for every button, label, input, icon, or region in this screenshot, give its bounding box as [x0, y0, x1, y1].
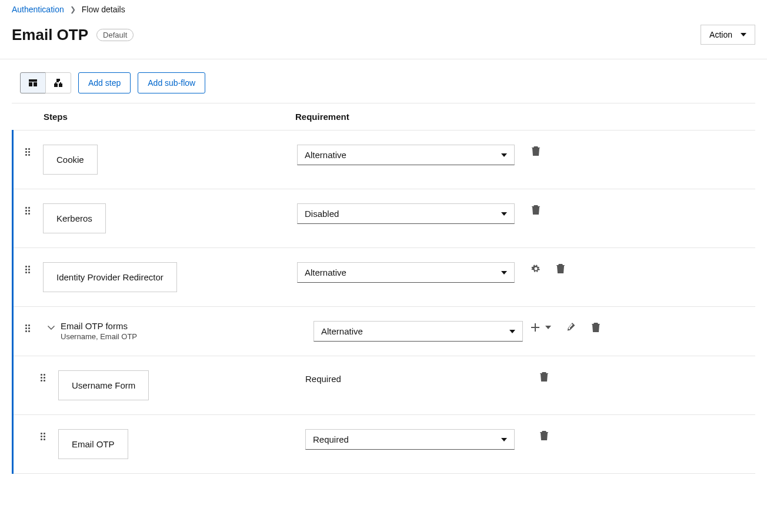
- step-row-email-otp: Email OTP Required: [14, 415, 755, 474]
- requirement-value: Alternative: [305, 150, 346, 160]
- drag-handle-icon[interactable]: [25, 207, 31, 216]
- trash-icon: [556, 263, 565, 274]
- requirement-value: Required: [313, 434, 349, 444]
- toolbar: Add step Add sub-flow: [12, 72, 755, 93]
- breadcrumb-current: Flow details: [82, 5, 125, 14]
- requirement-value: Alternative: [321, 326, 363, 336]
- caret-down-icon: [741, 33, 746, 36]
- delete-button[interactable]: [539, 430, 549, 441]
- header-requirement: Requirement: [295, 112, 755, 122]
- step-label: Email OTP forms: [61, 321, 137, 331]
- step-row-kerberos: Kerberos Disabled: [14, 189, 755, 248]
- drag-handle-icon[interactable]: [25, 324, 31, 334]
- plus-icon: [531, 323, 539, 332]
- view-toggle-group: [20, 72, 71, 93]
- step-sub-label: Username, Email OTP: [61, 332, 137, 341]
- caret-down-icon: [501, 271, 507, 275]
- step-label: Username Form: [58, 370, 149, 400]
- drag-handle-icon[interactable]: [41, 374, 46, 383]
- table-view-button[interactable]: [20, 72, 46, 93]
- drag-handle-icon[interactable]: [25, 148, 31, 158]
- requirement-select[interactable]: Alternative: [314, 321, 523, 342]
- trash-icon: [539, 372, 549, 382]
- step-label: Cookie: [43, 145, 98, 175]
- settings-button[interactable]: [531, 264, 541, 273]
- delete-button[interactable]: [539, 372, 549, 382]
- breadcrumb-parent-link[interactable]: Authentication: [12, 5, 64, 14]
- add-dropdown[interactable]: [545, 326, 551, 329]
- default-badge: Default: [96, 29, 134, 41]
- diagram-icon: [54, 78, 63, 88]
- delete-button[interactable]: [531, 146, 541, 156]
- table-icon: [28, 78, 38, 88]
- delete-button[interactable]: [556, 263, 565, 274]
- divider: [0, 59, 767, 59]
- add-step-button[interactable]: Add step: [78, 72, 131, 93]
- caret-down-icon: [501, 438, 507, 441]
- trash-icon: [539, 430, 549, 441]
- chevron-right-icon: ❯: [70, 5, 76, 14]
- add-button[interactable]: [531, 323, 539, 332]
- requirement-value: Disabled: [305, 209, 339, 219]
- step-row-username-form: Username Form Required: [14, 356, 755, 415]
- delete-button[interactable]: [591, 322, 601, 333]
- divider: [12, 103, 755, 103]
- requirement-select[interactable]: Alternative: [297, 145, 515, 165]
- caret-down-icon: [545, 326, 551, 329]
- caret-down-icon: [501, 212, 507, 216]
- requirement-value: Required: [305, 370, 539, 384]
- action-label: Action: [709, 30, 732, 39]
- caret-down-icon: [501, 153, 507, 157]
- step-label: Kerberos: [43, 203, 106, 233]
- step-label: Identity Provider Redirector: [43, 262, 177, 292]
- action-dropdown[interactable]: Action: [701, 25, 755, 45]
- caret-down-icon: [509, 330, 515, 333]
- requirement-select[interactable]: Disabled: [297, 203, 515, 224]
- requirement-select[interactable]: Required: [305, 429, 515, 450]
- step-row-idp-redirector: Identity Provider Redirector Alternative: [14, 248, 755, 307]
- chevron-down-icon: [48, 324, 55, 331]
- delete-button[interactable]: [531, 205, 541, 215]
- edit-button[interactable]: [566, 323, 576, 332]
- drag-handle-icon[interactable]: [41, 433, 46, 442]
- drag-handle-icon[interactable]: [25, 266, 31, 275]
- header-steps: Steps: [12, 112, 295, 122]
- column-headers: Steps Requirement: [12, 112, 755, 122]
- step-row-email-otp-forms: Email OTP forms Username, Email OTP Alte…: [14, 307, 755, 356]
- steps-list: Cookie Alternative Kerberos: [12, 130, 755, 474]
- trash-icon: [531, 146, 541, 156]
- requirement-value: Alternative: [305, 267, 346, 277]
- trash-icon: [591, 322, 601, 333]
- step-label: Email OTP: [58, 429, 128, 459]
- requirement-select[interactable]: Alternative: [297, 262, 515, 283]
- diagram-view-button[interactable]: [45, 72, 71, 93]
- pencil-icon: [566, 323, 576, 332]
- step-row-cookie: Cookie Alternative: [14, 130, 755, 189]
- page-title: Email OTP: [12, 26, 88, 44]
- add-subflow-button[interactable]: Add sub-flow: [138, 72, 205, 93]
- expand-toggle[interactable]: [48, 321, 55, 333]
- trash-icon: [531, 205, 541, 215]
- gear-icon: [531, 264, 541, 273]
- breadcrumb: Authentication ❯ Flow details: [12, 5, 755, 14]
